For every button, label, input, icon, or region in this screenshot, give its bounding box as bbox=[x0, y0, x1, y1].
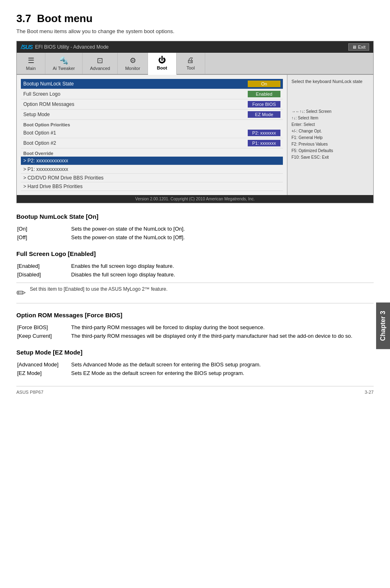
advanced-icon: ⊡ bbox=[97, 56, 103, 65]
fullscreen-disabled-key: [Disabled] bbox=[17, 271, 70, 278]
boot-option2-value: P1: xxxxxxx bbox=[248, 140, 280, 146]
nav-boot[interactable]: ⏻ Boot bbox=[148, 53, 177, 75]
setupmode-row[interactable]: Setup Mode EZ Mode bbox=[21, 110, 283, 120]
numlock-section: Bootup NumLock State [On] [On] Sets the … bbox=[16, 213, 374, 242]
boot-icon: ⏻ bbox=[158, 56, 166, 65]
nav-tool[interactable]: 🖨 Tool bbox=[177, 53, 205, 74]
page-footer: ASUS P8P67 3-27 bbox=[16, 386, 374, 395]
optionrom-section: Option ROM Messages [Force BIOS] [Force … bbox=[16, 312, 374, 341]
fullscreen-enabled-desc: Enables the full screen logo display fea… bbox=[71, 262, 373, 270]
nav-ai-tweaker[interactable]: 🔩 Ai Tweaker bbox=[45, 53, 83, 74]
page-title: 3.7 Boot menu bbox=[16, 12, 374, 25]
footer-product: ASUS P8P67 bbox=[16, 390, 43, 395]
table-row: [Disabled] Disables the full screen logo… bbox=[17, 271, 373, 278]
sidebar-hint: Select the keyboard NumLock state bbox=[291, 79, 369, 84]
numlock-value: On bbox=[248, 81, 280, 87]
tool-icon: 🖨 bbox=[187, 56, 194, 65]
advanced-mode-desc: Sets Advanced Mode as the default screen… bbox=[71, 361, 373, 368]
ez-mode-key: [EZ Mode] bbox=[17, 369, 70, 377]
fullscreen-enabled-key: [Enabled] bbox=[17, 262, 70, 270]
boot-option1-row[interactable]: Boot Option #1 P2: xxxxxxx bbox=[21, 128, 283, 138]
footer-page: 3-27 bbox=[365, 390, 374, 395]
optionrom-value: Force BIOS bbox=[248, 101, 280, 108]
setupmode-table: [Advanced Mode] Sets Advanced Mode as th… bbox=[16, 360, 374, 378]
bios-sidebar: Select the keyboard NumLock state →←↑↓: … bbox=[287, 75, 373, 195]
monitor-icon: 🖥 bbox=[352, 45, 356, 49]
numlock-off-desc: Sets the power-on state of the NumLock t… bbox=[71, 233, 373, 241]
numlock-on-key: [On] bbox=[17, 225, 70, 233]
optionrom-table: [Force BIOS] The third-party ROM message… bbox=[16, 323, 374, 341]
forcebios-desc: The third-party ROM messages will be for… bbox=[71, 323, 373, 331]
bios-titlebar: /SUS EFI BIOS Utility - Advanced Mode 🖥 … bbox=[17, 41, 373, 53]
setupmode-section: Setup Mode [EZ Mode] [Advanced Mode] Set… bbox=[16, 349, 374, 378]
boot-option2-row[interactable]: Boot Option #2 P1: xxxxxxx bbox=[21, 138, 283, 148]
numlock-row[interactable]: Bootup NumLock State On bbox=[21, 79, 283, 89]
boot-option2-label: Boot Option #2 bbox=[23, 140, 248, 146]
fullscreen-note: ✏ Set this item to [Enabled] to use the … bbox=[16, 283, 374, 303]
optionrom-row[interactable]: Option ROM Messages Force BIOS bbox=[21, 99, 283, 110]
asus-logo: /SUS bbox=[21, 44, 33, 50]
pencil-icon: ✏ bbox=[16, 286, 26, 300]
fullscreen-label: Full Screen Logo bbox=[23, 91, 248, 97]
keepcurrent-key: [Keep Current] bbox=[17, 332, 70, 340]
nav-advanced[interactable]: ⊡ Advanced bbox=[83, 53, 118, 74]
nav-main[interactable]: ☰ Main bbox=[17, 53, 45, 74]
table-row: [Advanced Mode] Sets Advanced Mode as th… bbox=[17, 361, 373, 368]
fullscreen-note-text: Set this item to [Enabled] to use the AS… bbox=[30, 286, 168, 292]
optionrom-section-title: Option ROM Messages [Force BIOS] bbox=[16, 312, 374, 319]
boot-override-header: Boot Override bbox=[21, 148, 283, 157]
bios-content: Bootup NumLock State On Full Screen Logo… bbox=[17, 75, 373, 195]
fullscreen-row[interactable]: Full Screen Logo Enabled bbox=[21, 89, 283, 99]
fullscreen-section: Full Screen Logo [Enabled] [Enabled] Ena… bbox=[16, 250, 374, 303]
bios-exit-button[interactable]: 🖥 Exit bbox=[348, 43, 369, 51]
keepcurrent-desc: The third-party ROM messages will be dis… bbox=[71, 332, 373, 340]
monitor-nav-icon: ⚙ bbox=[130, 56, 136, 65]
bios-window: /SUS EFI BIOS Utility - Advanced Mode 🖥 … bbox=[16, 41, 374, 203]
setupmode-value: EZ Mode bbox=[248, 111, 280, 118]
fullscreen-value: Enabled bbox=[248, 91, 280, 97]
fullscreen-table: [Enabled] Enables the full screen logo d… bbox=[16, 261, 374, 279]
bios-nav: ☰ Main 🔩 Ai Tweaker ⊡ Advanced ⚙ Monitor… bbox=[17, 53, 373, 75]
ai-tweaker-icon: 🔩 bbox=[59, 56, 68, 65]
override-row-1[interactable]: > P1: xxxxxxxxxxxxx bbox=[21, 165, 283, 174]
bios-main-panel: Bootup NumLock State On Full Screen Logo… bbox=[17, 75, 287, 195]
setupmode-section-title: Setup Mode [EZ Mode] bbox=[16, 349, 374, 357]
override-row-3[interactable]: > Hard Drive BBS Priorities bbox=[21, 182, 283, 191]
table-row: [Off] Sets the power-on state of the Num… bbox=[17, 233, 373, 241]
bios-shortcuts: →←↑↓: Select Screen ↑↓: Select Item Ente… bbox=[291, 108, 369, 161]
section-number: 3.7 bbox=[16, 12, 31, 25]
override-row-0[interactable]: > P2: xxxxxxxxxxxxx bbox=[21, 157, 283, 165]
table-row: [EZ Mode] Sets EZ Mode as the default sc… bbox=[17, 369, 373, 377]
ez-mode-desc: Sets EZ Mode as the default screen for e… bbox=[71, 369, 373, 377]
boot-option1-value: P2: xxxxxxx bbox=[248, 130, 280, 136]
numlock-on-desc: Sets the power-on state of the NumLock t… bbox=[71, 225, 373, 233]
chapter-tab: Chapter 3 bbox=[376, 303, 390, 349]
optionrom-label: Option ROM Messages bbox=[23, 101, 248, 107]
bios-version: Version 2.00.1201. Copyright (C) 2010 Am… bbox=[17, 195, 373, 203]
page-description: The Boot menu items allow you to change … bbox=[16, 28, 374, 34]
numlock-label: Bootup NumLock State bbox=[23, 81, 248, 87]
fullscreen-section-title: Full Screen Logo [Enabled] bbox=[16, 250, 374, 258]
section-name: Boot menu bbox=[37, 12, 93, 25]
forcebios-key: [Force BIOS] bbox=[17, 323, 70, 331]
numlock-section-title: Bootup NumLock State [On] bbox=[16, 213, 374, 221]
setupmode-label: Setup Mode bbox=[23, 112, 248, 117]
nav-monitor[interactable]: ⚙ Monitor bbox=[118, 53, 148, 74]
fullscreen-disabled-desc: Disables the full screen logo display fe… bbox=[71, 271, 373, 278]
override-row-2[interactable]: > CD/DVD ROM Drive BBS Priorities bbox=[21, 174, 283, 182]
table-row: [Force BIOS] The third-party ROM message… bbox=[17, 323, 373, 331]
main-icon: ☰ bbox=[28, 56, 34, 65]
advanced-mode-key: [Advanced Mode] bbox=[17, 361, 70, 368]
numlock-table: [On] Sets the power-on state of the NumL… bbox=[16, 224, 374, 242]
table-row: [Keep Current] The third-party ROM messa… bbox=[17, 332, 373, 340]
bios-titlebar-left: /SUS EFI BIOS Utility - Advanced Mode bbox=[21, 44, 109, 50]
boot-option1-label: Boot Option #1 bbox=[23, 130, 248, 136]
bios-title-text: EFI BIOS Utility - Advanced Mode bbox=[35, 44, 109, 50]
numlock-off-key: [Off] bbox=[17, 233, 70, 241]
table-row: [On] Sets the power-on state of the NumL… bbox=[17, 225, 373, 233]
table-row: [Enabled] Enables the full screen logo d… bbox=[17, 262, 373, 270]
boot-priorities-header: Boot Option Priorities bbox=[21, 120, 283, 128]
